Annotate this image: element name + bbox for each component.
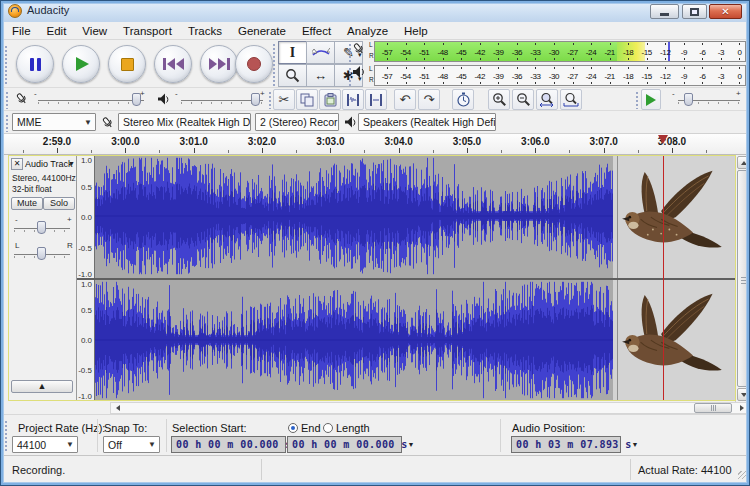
paste-button[interactable] [319, 89, 341, 110]
length-radio[interactable] [323, 423, 333, 433]
scroll-left-button[interactable] [110, 403, 125, 413]
skip-to-start-button[interactable] [154, 45, 192, 83]
transcription-toolbar-grip[interactable] [634, 90, 639, 109]
skip-to-end-button[interactable] [200, 45, 238, 83]
bird-image [620, 163, 728, 261]
stop-button[interactable] [108, 45, 146, 83]
playback-device-select[interactable]: Speakers (Realtek High Defi▼ [358, 113, 496, 131]
track-name[interactable]: Audio Track [25, 159, 73, 169]
tools-toolbar-grip[interactable] [271, 42, 276, 86]
track-close-button[interactable]: ✕ [11, 158, 23, 170]
recording-volume-slider[interactable] [38, 100, 144, 104]
timeline-ruler[interactable]: 2:59.03:00.03:01.03:02.03:03.03:04.03:05… [0, 134, 750, 155]
meter-scale-label: -24 [583, 48, 599, 57]
selection-start-field[interactable]: 00 h 00 m 00.000 s▼ [171, 436, 286, 453]
gain-min-label: - [15, 216, 18, 224]
meter-tick [628, 43, 629, 45]
close-button[interactable]: ✕ [709, 4, 742, 19]
menu-analyze[interactable]: Analyze [339, 23, 396, 39]
pause-button[interactable] [16, 45, 54, 83]
solo-button[interactable]: Solo [43, 197, 75, 210]
waveform-channel-2[interactable] [95, 280, 613, 400]
waveform-channel-1[interactable] [95, 156, 613, 276]
trim-audio-button[interactable] [342, 89, 364, 110]
envelope-tool-button[interactable] [306, 41, 335, 64]
selection-toolbar-grip[interactable] [3, 419, 8, 452]
zoom-to-selection-button[interactable] [536, 89, 558, 110]
horizontal-scrollbar[interactable] [0, 402, 750, 414]
playspeed-thumb[interactable] [684, 93, 693, 106]
project-rate-label: Project Rate (Hz): [18, 422, 105, 434]
menu-generate[interactable]: Generate [230, 23, 294, 39]
meter-scale-label: -39 [490, 48, 506, 57]
stopwatch-button[interactable] [452, 89, 474, 110]
playhead-pin-icon[interactable] [658, 135, 668, 144]
title-bar[interactable]: Audacity ✕ [0, 0, 750, 22]
track-menu-arrow-icon[interactable]: ▼ [68, 160, 75, 167]
audio-host-select[interactable]: MME▼ [12, 113, 96, 131]
playback-meter[interactable]: -57-54-51-48-45-42-39-36-33-30-27-24-21-… [374, 65, 746, 86]
track-control-panel: ✕ Audio Track ▼ Stereo, 44100Hz 32-bit f… [9, 156, 77, 400]
resize-grip[interactable] [738, 471, 746, 479]
recording-channels-value: 2 (Stereo) Recor [260, 116, 338, 128]
track-area: ✕ Audio Track ▼ Stereo, 44100Hz 32-bit f… [0, 155, 750, 402]
zoom-in-button[interactable] [488, 89, 510, 110]
scroll-up-button[interactable] [737, 156, 750, 169]
menu-tracks[interactable]: Tracks [180, 23, 230, 39]
playback-volume-thumb[interactable] [251, 93, 260, 106]
menu-help[interactable]: Help [396, 23, 436, 39]
collapse-track-button[interactable]: ▲ [11, 380, 73, 393]
timeline-major-tick [125, 148, 126, 153]
scroll-down-button[interactable] [737, 388, 750, 401]
cut-button[interactable]: ✂ [273, 89, 295, 110]
menu-edit[interactable]: Edit [39, 23, 75, 39]
audio-position-field[interactable]: 00 h 03 m 07.893 s▼ [511, 436, 621, 453]
recording-meter[interactable]: -57-54-51-48-45-42-39-36-33-30-27-24-21-… [374, 41, 746, 62]
menu-effect[interactable]: Effect [294, 23, 339, 39]
undo-button[interactable]: ↶ [394, 89, 416, 110]
zoom-tool-button[interactable] [278, 64, 307, 87]
menu-view[interactable]: View [74, 23, 115, 39]
silence-audio-button[interactable] [365, 89, 387, 110]
menu-transport[interactable]: Transport [115, 23, 180, 39]
meter-tick [498, 67, 499, 69]
maximize-button[interactable] [682, 4, 707, 19]
recording-channels-select[interactable]: 2 (Stereo) Recor▼ [255, 113, 339, 131]
pan-slider-thumb[interactable] [37, 247, 46, 260]
gain-slider-thumb[interactable] [37, 221, 46, 234]
end-radio[interactable] [288, 423, 298, 433]
minimize-button[interactable] [650, 4, 679, 19]
project-rate-select[interactable]: 44100▼ [12, 436, 78, 453]
selection-tool-button[interactable]: I [278, 41, 307, 64]
toolbar-row-1: I ✎ ↔ ✱ ▾ L R -57-54-51-48-45-42-39-36-3… [0, 40, 750, 88]
copy-button[interactable] [296, 89, 318, 110]
time-shift-tool-button[interactable]: ↔ [306, 64, 335, 87]
device-toolbar-grip[interactable] [4, 113, 9, 132]
menu-file[interactable]: File [4, 23, 39, 39]
play-button[interactable] [62, 45, 100, 83]
scroll-right-button[interactable] [734, 403, 749, 413]
mute-button[interactable]: Mute [11, 197, 43, 210]
vertical-scrollbar-thumb[interactable] [737, 170, 750, 387]
timeline-label: 3:03.0 [316, 136, 344, 147]
amplitude-scale-label: 0.5 [81, 306, 92, 315]
record-button[interactable] [235, 45, 273, 83]
zoom-out-button[interactable] [512, 89, 534, 110]
horizontal-scrollbar-thumb[interactable] [694, 403, 732, 413]
selection-end-value: 00 h 00 m 00.000 s [292, 439, 408, 450]
selection-end-field[interactable]: 00 h 00 m 00.000 s▼ [287, 436, 402, 453]
mixer-toolbar-grip[interactable] [4, 90, 9, 109]
meter-tick [721, 82, 722, 84]
edit-toolbar-grip[interactable] [267, 90, 272, 109]
snap-to-select[interactable]: Off▼ [103, 436, 160, 453]
transport-toolbar-grip[interactable] [3, 44, 8, 84]
envelope-icon [312, 47, 330, 59]
fit-project-button[interactable] [560, 89, 582, 110]
meter-scale-label: -45 [453, 48, 469, 57]
vertical-scrollbar[interactable] [735, 155, 750, 402]
recording-device-select[interactable]: Stereo Mix (Realtek High De▼ [118, 113, 251, 131]
meter-scale-label: -33 [527, 48, 543, 57]
play-at-speed-button[interactable] [641, 89, 661, 110]
horizontal-scrollbar-track[interactable] [110, 402, 750, 414]
redo-button[interactable]: ↷ [418, 89, 440, 110]
